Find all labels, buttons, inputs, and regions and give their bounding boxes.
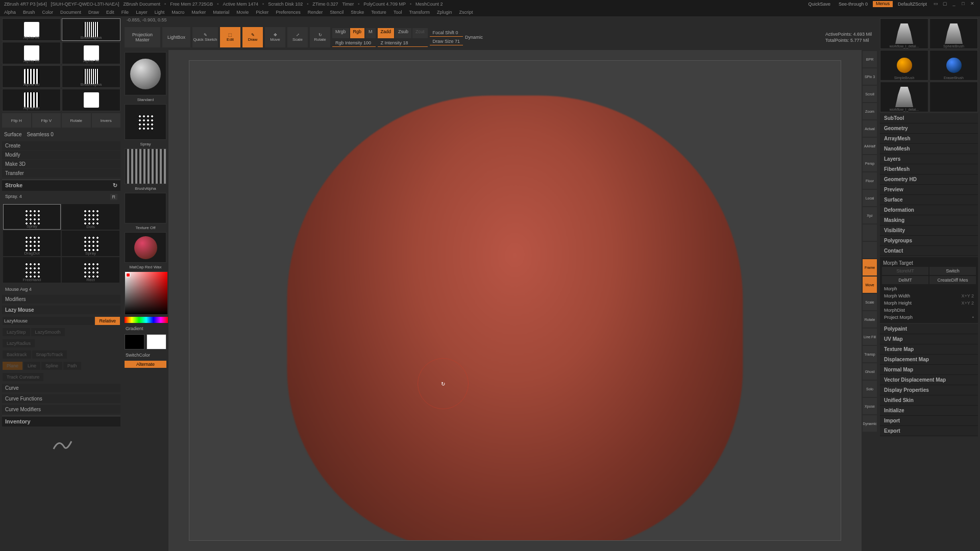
transfer-btn[interactable]: Transfer bbox=[2, 169, 120, 178]
zcut-btn[interactable]: Zcut bbox=[412, 28, 428, 38]
menu-layer[interactable]: Layer bbox=[136, 10, 148, 15]
m-btn[interactable]: M bbox=[365, 28, 376, 38]
tool-thumb[interactable]: EraserBrush bbox=[929, 50, 978, 81]
section-arraymesh[interactable]: ArrayMesh bbox=[880, 134, 978, 144]
rtool-spix-3[interactable]: SPix 3 bbox=[863, 68, 877, 85]
tool-thumb[interactable]: SimpleBrush bbox=[880, 50, 928, 81]
rotate-mode-btn[interactable]: ↻Rotate bbox=[310, 27, 330, 47]
menu-transform[interactable]: Transform bbox=[409, 10, 430, 15]
menu-render[interactable]: Render bbox=[308, 10, 323, 15]
menus-button[interactable]: Menus bbox=[873, 1, 893, 7]
section-texture-map[interactable]: Texture Map bbox=[880, 344, 978, 355]
menu-stencil[interactable]: Stencil bbox=[330, 10, 344, 15]
creatediff-btn[interactable]: CreateDiff Mes bbox=[929, 276, 976, 284]
rtool-xpose[interactable]: Xpose bbox=[863, 398, 877, 414]
modify-btn[interactable]: Modify bbox=[2, 151, 120, 159]
swatch-primary[interactable] bbox=[125, 334, 144, 349]
rtool-frame[interactable]: Frame bbox=[863, 259, 877, 276]
stroke-preview[interactable] bbox=[125, 104, 166, 140]
section-uv-map[interactable]: UV Map bbox=[880, 334, 978, 344]
menu-texture[interactable]: Texture bbox=[371, 10, 386, 15]
alpha-thumb[interactable]: BrushAlpha bbox=[62, 65, 120, 88]
inventory-header[interactable]: Inventory bbox=[2, 416, 120, 427]
rtool-scroll[interactable]: Scroll bbox=[863, 86, 877, 102]
rotate-btn[interactable]: Rotate bbox=[62, 113, 91, 128]
modifiers-header[interactable]: Modifiers bbox=[2, 295, 120, 304]
curve-section[interactable]: Curve bbox=[2, 384, 120, 392]
section-nanomesh[interactable]: NanoMesh bbox=[880, 144, 978, 154]
alpha-thumb[interactable]: Alpha 59 bbox=[2, 89, 61, 111]
menu-edit[interactable]: Edit bbox=[106, 10, 114, 15]
create-btn[interactable]: Create bbox=[2, 141, 120, 150]
material-preview[interactable] bbox=[125, 232, 166, 263]
brush-preview[interactable] bbox=[125, 52, 166, 95]
draw-size[interactable]: Draw Size 71 bbox=[430, 38, 463, 45]
alpha-preview[interactable] bbox=[125, 148, 166, 184]
switchcolor-btn[interactable]: SwitchColor bbox=[125, 352, 166, 359]
focal-shift[interactable]: Focal Shift 0 bbox=[430, 29, 463, 37]
curvefunc-section[interactable]: Curve Functions bbox=[2, 394, 120, 403]
alternate-btn[interactable]: Alternate bbox=[125, 361, 166, 368]
rtool-blank[interactable] bbox=[863, 224, 877, 241]
rtool-persp[interactable]: Persp bbox=[863, 155, 877, 171]
menu-marker[interactable]: Marker bbox=[191, 10, 206, 15]
min-icon[interactable]: ▭ bbox=[932, 1, 939, 7]
curvemod-section[interactable]: Curve Modifiers bbox=[2, 405, 120, 414]
move-mode-btn[interactable]: ✥Move bbox=[265, 27, 285, 47]
section-normal-map[interactable]: Normal Map bbox=[880, 365, 978, 375]
section-fibermesh[interactable]: FiberMesh bbox=[880, 164, 978, 174]
tool-thumb[interactable]: SphereBrush bbox=[929, 18, 978, 49]
rtool-ghost[interactable]: Ghost bbox=[863, 363, 877, 380]
rtool-move[interactable]: Move bbox=[863, 277, 877, 293]
tool-thumb[interactable]: workflow_l_detai... bbox=[880, 18, 928, 49]
switch-btn[interactable]: Switch bbox=[929, 267, 976, 275]
section-surface[interactable]: Surface bbox=[880, 195, 978, 205]
swatch-secondary[interactable] bbox=[146, 334, 166, 349]
stroke-dragdot[interactable]: DragDot bbox=[3, 231, 61, 256]
menu-macro[interactable]: Macro bbox=[172, 10, 184, 15]
projection-master-btn[interactable]: Projection Master bbox=[125, 27, 160, 47]
section-geometry-hd[interactable]: Geometry HD bbox=[880, 174, 978, 185]
storemt-btn[interactable]: StoreMT bbox=[882, 267, 928, 275]
menu-material[interactable]: Material bbox=[213, 10, 229, 15]
menu-file[interactable]: File bbox=[121, 10, 129, 15]
section-preview[interactable]: Preview bbox=[880, 185, 978, 195]
hue-strip[interactable] bbox=[125, 317, 168, 323]
make-3d-btn[interactable]: Make 3D bbox=[2, 160, 120, 168]
section-deformation[interactable]: Deformation bbox=[880, 205, 978, 215]
tool-thumb[interactable] bbox=[929, 82, 978, 112]
rtool-local[interactable]: Local bbox=[863, 190, 877, 206]
section-import[interactable]: Import bbox=[880, 416, 978, 426]
menu-document[interactable]: Document bbox=[60, 10, 81, 15]
mrgb-btn[interactable]: Mrgb bbox=[332, 28, 349, 38]
rtool-aahalf[interactable]: AAHalf bbox=[863, 138, 877, 154]
menu-picker[interactable]: Picker bbox=[256, 10, 268, 15]
rtool-zoom[interactable]: Zoom bbox=[863, 103, 877, 119]
scale-mode-btn[interactable]: ⤢Scale bbox=[287, 27, 308, 47]
section-vector-displacement map[interactable]: Vector Displacement Map bbox=[880, 375, 978, 385]
rgb-intensity[interactable]: Rgb Intensity 100 bbox=[332, 39, 376, 47]
surface-label[interactable]: Surface bbox=[4, 132, 21, 137]
quicksave-button[interactable]: QuickSave bbox=[805, 1, 834, 7]
restore-icon[interactable]: ▢ bbox=[941, 1, 948, 7]
menu-zscript[interactable]: Zscript bbox=[459, 10, 473, 15]
stroke-freehand[interactable]: FreeHand bbox=[3, 257, 61, 283]
rtool-transp[interactable]: Transp bbox=[863, 346, 877, 362]
rtool-floor[interactable]: Floor bbox=[863, 172, 877, 189]
section-display-properties[interactable]: Display Properties bbox=[880, 385, 978, 395]
menu-color[interactable]: Color bbox=[42, 10, 54, 15]
menu-movie[interactable]: Movie bbox=[236, 10, 249, 15]
menu-light[interactable]: Light bbox=[155, 10, 165, 15]
rtool-dynamic[interactable]: Dynamic bbox=[863, 415, 877, 432]
menu-alpha[interactable]: Alpha bbox=[4, 10, 16, 15]
section-displacement-map[interactable]: Displacement Map bbox=[880, 355, 978, 365]
invers-btn[interactable]: Invers bbox=[92, 113, 121, 128]
rtool-rotate[interactable]: Rotate bbox=[863, 311, 877, 328]
alpha-thumb[interactable]: Alpha 28 bbox=[2, 42, 61, 64]
menu-tool[interactable]: Tool bbox=[394, 10, 402, 15]
lightbox-btn[interactable]: LightBox bbox=[162, 27, 190, 47]
color-picker[interactable] bbox=[125, 271, 168, 315]
rgb-btn[interactable]: Rgb bbox=[350, 28, 365, 38]
section-layers[interactable]: Layers bbox=[880, 154, 978, 164]
section-unified-skin[interactable]: Unified Skin bbox=[880, 395, 978, 406]
